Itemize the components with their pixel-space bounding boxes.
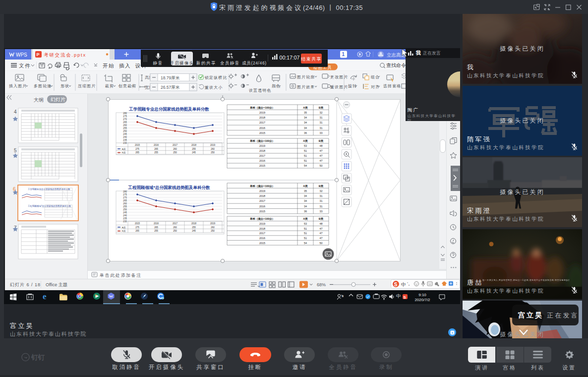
svg-text:幻灯片 6 / 18: 幻灯片 6 / 18 [10, 282, 41, 287]
svg-text:大纲: 大纲 [34, 97, 44, 103]
svg-text:WPS: WPS [16, 52, 27, 58]
svg-text:9:10: 9:10 [418, 293, 426, 297]
svg-text:新的共享: 新的共享 [196, 61, 216, 65]
svg-text:钉钉: 钉钉 [31, 354, 45, 361]
svg-text:插入图片: 插入图片 [9, 84, 27, 88]
svg-text:开始: 开始 [103, 63, 115, 68]
svg-text:结束共享: 结束共享 [301, 57, 322, 62]
svg-text:’。: ’。 [407, 281, 412, 286]
svg-text:插入: 插入 [119, 63, 131, 68]
svg-text:Office 主题: Office 主题 [46, 282, 67, 287]
svg-text:R: R [342, 295, 344, 298]
svg-text:重设图片: 重设图片 [330, 85, 348, 89]
svg-text:更改图片: 更改图片 [330, 75, 348, 79]
svg-text:68%: 68% [317, 282, 326, 287]
svg-text:图片效果: 图片效果 [297, 85, 315, 89]
svg-text:S: S [404, 295, 407, 300]
svg-text:26.57厘米: 26.57厘米 [161, 85, 180, 90]
svg-text:18.79厘米: 18.79厘米 [161, 75, 180, 80]
svg-text:2020/7/2: 2020/7/2 [414, 298, 430, 302]
svg-text:中: 中 [396, 293, 401, 299]
svg-text:开启摄像头: 开启摄像头 [170, 61, 194, 65]
svg-text:创意裁剪: 创意裁剪 [118, 84, 136, 88]
svg-text:中: 中 [401, 282, 406, 287]
svg-text:e: e [43, 292, 47, 301]
svg-text:图片轮廓: 图片轮廓 [297, 75, 315, 79]
svg-text:S: S [394, 282, 398, 287]
svg-text:单击此处添加备注: 单击此处添加备注 [100, 273, 142, 278]
svg-text:静音: 静音 [153, 61, 164, 65]
svg-text:幻灯片: 幻灯片 [51, 97, 65, 102]
svg-text:选择窗格: 选择窗格 [383, 84, 401, 88]
svg-text:重设大小: 重设大小 [204, 85, 223, 90]
svg-text:全员静音: 全员静音 [220, 61, 240, 65]
svg-text:形状: 形状 [60, 84, 69, 88]
svg-text:1: 1 [342, 52, 345, 57]
svg-text:裁剪: 裁剪 [105, 84, 114, 88]
svg-text:P: P [37, 52, 40, 57]
svg-text:多图轮播: 多图轮播 [34, 84, 52, 88]
svg-text:压缩图片: 压缩图片 [78, 84, 96, 88]
svg-text:00:17:07: 00:17:07 [280, 55, 300, 61]
svg-text:查找命令: 查找命令 [386, 63, 406, 68]
svg-text:文件: 文件 [19, 63, 31, 68]
svg-text:锁定纵横比: 锁定纵横比 [204, 75, 228, 80]
svg-text:4: 4 [14, 109, 17, 115]
svg-text:成员(24/46): 成员(24/46) [242, 61, 266, 65]
svg-text:5: 5 [14, 148, 17, 153]
svg-text:考研交流会.pptx: 考研交流会.pptx [44, 52, 86, 58]
